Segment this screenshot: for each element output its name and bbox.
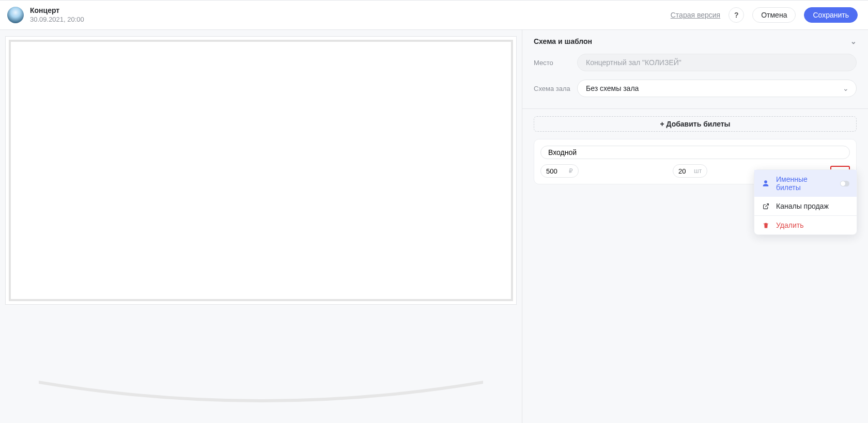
event-datetime: 30.09.2021, 20:00: [30, 15, 84, 24]
panel-title: Схема и шаблон: [534, 37, 592, 45]
scheme-value: Без схемы зала: [586, 84, 639, 92]
dropdown-delete[interactable]: Удалить: [754, 216, 857, 234]
ticket-price-field[interactable]: ₽: [540, 164, 579, 178]
dropdown-channels-label: Каналы продаж: [776, 202, 829, 210]
sidebar: Схема и шаблон ⌄ Место Концертный зал "К…: [522, 30, 868, 423]
external-link-icon: [762, 203, 770, 210]
canvas-area: [0, 30, 522, 423]
named-tickets-toggle[interactable]: [840, 181, 849, 186]
old-version-link[interactable]: Старая версия: [671, 11, 720, 19]
trash-icon: [762, 222, 770, 229]
ticket-more-dropdown: Именные билеты Каналы продаж: [754, 169, 857, 235]
save-button[interactable]: Сохранить: [804, 7, 858, 23]
ticket-price-input[interactable]: [546, 167, 567, 175]
scheme-label: Схема зала: [534, 85, 571, 92]
ticket-qty-field[interactable]: шт: [673, 164, 707, 178]
chevron-down-icon: ⌄: [850, 37, 857, 45]
canvas-inner: [9, 40, 513, 301]
event-title: Концерт: [30, 6, 84, 15]
add-tickets-button[interactable]: + Добавить билеты: [534, 116, 857, 132]
chevron-down-icon: ⌄: [843, 84, 849, 92]
ruble-icon: ₽: [569, 167, 573, 175]
ticket-card: ₽ шт ... Именные билеты: [534, 139, 857, 184]
panel-scheme[interactable]: Схема и шаблон ⌄: [522, 30, 868, 50]
scheme-select[interactable]: Без схемы зала ⌄: [577, 80, 857, 97]
page-header: Концерт 30.09.2021, 20:00 Старая версия …: [0, 0, 868, 30]
cancel-button[interactable]: Отмена: [752, 7, 796, 23]
ticket-qty-input[interactable]: [678, 167, 692, 175]
place-label: Место: [534, 59, 571, 67]
event-avatar: [7, 7, 24, 23]
help-button[interactable]: ?: [729, 7, 744, 23]
person-icon: [762, 180, 770, 187]
dropdown-named-label: Именные билеты: [776, 175, 834, 192]
place-value: Концертный зал "КОЛИЗЕЙ": [586, 58, 681, 67]
dropdown-named-tickets[interactable]: Именные билеты: [754, 170, 857, 197]
place-select[interactable]: Концертный зал "КОЛИЗЕЙ": [577, 54, 857, 71]
ticket-name-input[interactable]: [540, 146, 850, 159]
dropdown-channels[interactable]: Каналы продаж: [754, 197, 857, 215]
dropdown-delete-label: Удалить: [776, 221, 803, 229]
banner-shadow: [32, 377, 491, 408]
qty-unit: шт: [694, 167, 702, 175]
